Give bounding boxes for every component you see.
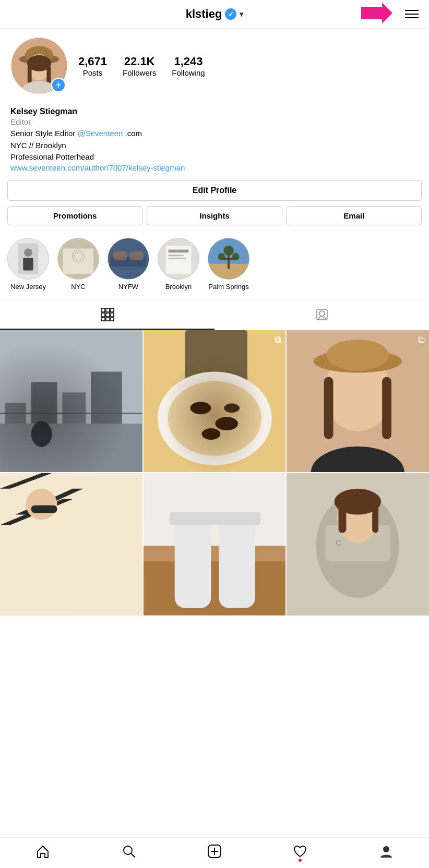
following-stat[interactable]: 1,243 Following <box>172 55 205 77</box>
svg-rect-30 <box>228 254 230 269</box>
svg-rect-35 <box>101 308 105 312</box>
search-icon <box>122 844 136 859</box>
nav-search[interactable] <box>122 844 136 859</box>
svg-rect-47 <box>0 424 142 473</box>
nav-activity[interactable] <box>293 844 307 859</box>
tagged-icon <box>315 308 329 321</box>
svg-rect-42 <box>106 318 110 321</box>
highlight-item[interactable]: New Jersey <box>7 238 49 291</box>
svg-point-73 <box>26 489 57 520</box>
following-count: 1,243 <box>174 55 202 68</box>
bio-section: Kelsey Stiegman Editor Senior Style Edit… <box>0 107 429 180</box>
svg-rect-48 <box>5 403 26 424</box>
highlights-row: New Jersey NYC <box>7 238 422 293</box>
highlight-label: Brooklyn <box>165 283 192 291</box>
bio-line-2: NYC // Brooklyn <box>10 140 419 152</box>
svg-rect-80 <box>169 512 260 525</box>
svg-rect-21 <box>129 251 144 260</box>
svg-point-45 <box>319 311 325 316</box>
highlight-item[interactable]: Palm Springs <box>208 238 249 291</box>
bio-name: Kelsey Stiegman <box>10 107 419 116</box>
highlight-label: NYC <box>71 283 85 291</box>
followers-stat[interactable]: 22.1K Followers <box>123 55 156 77</box>
grid-item[interactable] <box>144 473 286 616</box>
svg-rect-50 <box>62 392 86 424</box>
top-navigation: klstieg ✓ ▾ <box>0 0 429 29</box>
grid-item[interactable] <box>0 330 142 473</box>
svg-point-62 <box>224 403 240 413</box>
add-story-button[interactable]: + <box>51 78 66 92</box>
multi-photo-icon: ⧉ <box>418 334 425 345</box>
svg-rect-68 <box>324 377 333 439</box>
svg-point-60 <box>215 417 238 430</box>
svg-rect-39 <box>106 313 110 317</box>
svg-rect-78 <box>174 515 211 608</box>
highlight-item[interactable]: Brooklyn <box>158 238 199 291</box>
svg-point-59 <box>190 402 211 414</box>
grid-item[interactable]: ⧉ <box>287 330 429 473</box>
photo-grid: ⧉ ⧉ <box>0 330 429 616</box>
svg-rect-26 <box>169 258 186 259</box>
action-buttons: Edit Profile Promotions Insights Email <box>0 180 429 233</box>
svg-rect-37 <box>111 308 114 312</box>
svg-rect-72 <box>0 473 142 616</box>
svg-rect-69 <box>382 377 391 439</box>
stats-row: 2,671 Posts 22.1K Followers 1,243 Follow… <box>78 55 205 77</box>
bio-link[interactable]: www.seventeen.com/author/7007/kelsey-sti… <box>10 163 185 172</box>
svg-text:C: C <box>336 539 341 547</box>
secondary-buttons: Promotions Insights Email <box>7 206 422 225</box>
svg-point-32 <box>223 245 234 256</box>
heart-icon <box>293 844 307 859</box>
add-icon <box>207 844 222 859</box>
bio-line-3: Professional Potterhead <box>10 151 419 163</box>
followers-label: Followers <box>123 68 156 77</box>
verified-badge: ✓ <box>225 8 236 20</box>
highlight-item[interactable]: NYFW <box>108 238 149 291</box>
bio-mention[interactable]: @Seventeen <box>77 129 123 138</box>
dropdown-chevron[interactable]: ▾ <box>240 10 243 18</box>
nav-profile[interactable] <box>379 844 394 859</box>
promotions-button[interactable]: Promotions <box>7 206 142 225</box>
svg-point-95 <box>383 846 389 852</box>
grid-item[interactable] <box>0 473 142 616</box>
tab-grid[interactable] <box>0 300 214 330</box>
svg-rect-38 <box>101 313 105 317</box>
tab-tagged[interactable] <box>214 300 429 330</box>
posts-count: 2,671 <box>78 55 107 68</box>
username-area[interactable]: klstieg ✓ ▾ <box>186 7 244 21</box>
bio-line1-suffix: .com <box>123 129 142 138</box>
avatar-wrapper[interactable]: + <box>10 37 68 94</box>
nav-home[interactable] <box>35 844 50 859</box>
svg-point-34 <box>232 253 240 260</box>
svg-point-53 <box>31 421 52 447</box>
bio-line-1: Senior Style Editor @Seventeen .com <box>10 128 419 140</box>
svg-rect-51 <box>91 371 122 424</box>
svg-marker-0 <box>361 3 392 23</box>
svg-rect-20 <box>113 251 127 260</box>
highlight-label: New Jersey <box>10 283 46 291</box>
highlight-item[interactable]: NYC <box>57 238 99 291</box>
insights-button[interactable]: Insights <box>147 206 282 225</box>
edit-profile-button[interactable]: Edit Profile <box>7 180 422 201</box>
hamburger-line-3 <box>405 17 419 18</box>
posts-stat: 2,671 Posts <box>78 55 107 77</box>
username-text: klstieg <box>186 7 222 21</box>
bio-line1-prefix: Senior Style Editor <box>10 129 77 138</box>
svg-rect-88 <box>339 502 347 533</box>
svg-line-91 <box>131 853 135 857</box>
svg-rect-25 <box>169 255 184 256</box>
highlight-label: Palm Springs <box>208 283 248 291</box>
highlight-circle-nyc <box>57 238 99 280</box>
svg-rect-49 <box>31 382 57 424</box>
nav-add[interactable] <box>207 844 222 859</box>
grid-item[interactable]: C <box>287 473 429 616</box>
notification-dot <box>299 859 302 862</box>
grid-item[interactable]: ⧉ <box>144 330 286 473</box>
arrow-indicator <box>361 3 392 26</box>
svg-rect-40 <box>111 313 114 317</box>
menu-button[interactable] <box>405 10 419 18</box>
bio-title: Editor <box>10 117 419 126</box>
svg-point-67 <box>327 339 389 370</box>
svg-rect-54 <box>144 330 286 473</box>
email-button[interactable]: Email <box>287 206 422 225</box>
